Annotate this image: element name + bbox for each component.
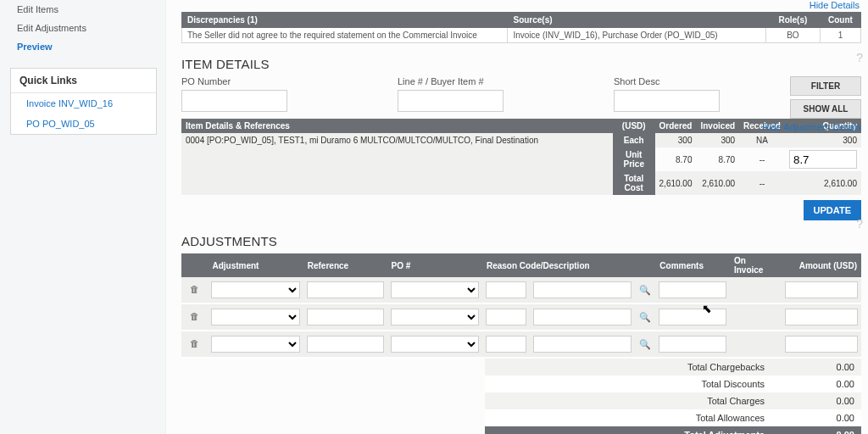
adj-po[interactable] xyxy=(391,281,479,298)
disc-h-desc: Discrepancies (1) xyxy=(182,13,508,28)
adj-reason-code[interactable] xyxy=(486,309,526,326)
lookup-icon[interactable]: 🔍 xyxy=(639,285,651,296)
disc-h-src: Source(s) xyxy=(508,13,765,28)
adjustments-table: Adjustment Reference PO # Reason Code/De… xyxy=(181,253,861,359)
adj-reason-code[interactable] xyxy=(486,281,526,298)
tot-chargebacks-val: 0.00 xyxy=(771,359,861,376)
help-icon[interactable]: ? xyxy=(856,51,863,64)
adj-h-blank xyxy=(181,253,208,277)
adj-reference[interactable] xyxy=(307,336,384,353)
input-po[interactable] xyxy=(181,90,287,112)
unit-invoiced: 8.70 xyxy=(696,147,739,171)
tot-ordered: 2,610.00 xyxy=(655,171,697,195)
quick-link-invoice[interactable]: Invoice INV_WID_16 xyxy=(11,93,156,114)
showall-button[interactable]: SHOW ALL xyxy=(790,99,861,119)
adj-reason-code[interactable] xyxy=(486,336,526,353)
hd-usd: (USD) xyxy=(613,119,655,133)
lookup-icon[interactable]: 🔍 xyxy=(639,339,651,350)
lbl-po: PO Number xyxy=(181,76,287,86)
tot-adjust-lbl: Total Adjustments xyxy=(485,426,771,434)
adj-h-comments: Comments xyxy=(655,253,730,277)
input-line[interactable] xyxy=(398,90,504,112)
tot-charges-val: 0.00 xyxy=(771,392,861,409)
adj-comments[interactable] xyxy=(659,336,726,353)
tot-discounts-lbl: Total Discounts xyxy=(485,376,771,392)
totals-table: Total Chargebacks0.00 Total Discounts0.0… xyxy=(485,359,861,434)
hide-details-link[interactable]: Hide Details xyxy=(810,0,860,10)
side-edit-items[interactable]: Edit Items xyxy=(0,0,165,19)
disc-desc: The Seller did not agree to the required… xyxy=(182,28,508,43)
each-invoiced: 300 xyxy=(696,133,739,147)
adj-reference[interactable] xyxy=(307,281,384,298)
tot-received: -- xyxy=(739,171,785,195)
quick-link-po[interactable]: PO PO_WID_05 xyxy=(11,114,156,134)
each-received: NA xyxy=(739,133,785,147)
hide-adjustment-link[interactable]: Hide Adjustment Details xyxy=(762,122,861,132)
adj-adjustment[interactable] xyxy=(211,281,299,298)
item-details-table: Item Details & References (USD) Ordered … xyxy=(181,119,861,195)
tot-allowances-lbl: Total Allowances xyxy=(485,409,771,426)
tot-chargebacks-lbl: Total Chargebacks xyxy=(485,359,771,376)
trash-icon[interactable]: 🗑 xyxy=(189,338,201,350)
item-ref: 0004 [PO:PO_WID_05], TEST1, mi Duramo 6 … xyxy=(181,133,613,195)
adj-row: 🗑 🔍 xyxy=(181,303,861,331)
adj-row: 🗑 🔍 xyxy=(181,331,861,358)
row-unit: Unit Price xyxy=(613,147,655,171)
hd-ref: Item Details & References xyxy=(181,119,613,133)
lbl-desc: Short Desc xyxy=(614,76,720,86)
adj-adjustment[interactable] xyxy=(211,336,299,353)
adj-h-adjustment: Adjustment xyxy=(208,253,303,277)
row-total: Total Cost xyxy=(613,171,655,195)
adj-amount[interactable] xyxy=(785,281,858,298)
item-details-title: ITEM DETAILS xyxy=(181,57,861,71)
adj-po[interactable] xyxy=(391,309,479,326)
adj-reason-desc[interactable] xyxy=(533,281,632,298)
filter-button[interactable]: FILTER xyxy=(790,76,861,96)
input-desc[interactable] xyxy=(614,90,720,112)
update-button[interactable]: UPDATE xyxy=(804,200,861,220)
adj-h-amount: Amount (USD) xyxy=(782,253,861,277)
adj-amount[interactable] xyxy=(785,336,858,353)
adj-reason-desc[interactable] xyxy=(533,336,632,353)
adjustments-title: ADJUSTMENTS xyxy=(181,234,861,248)
discrepancies-table: Discrepancies (1) Source(s) Role(s) Coun… xyxy=(181,12,861,43)
adj-po[interactable] xyxy=(391,336,479,353)
trash-icon[interactable]: 🗑 xyxy=(189,284,201,296)
tot-charges-lbl: Total Charges xyxy=(485,392,771,409)
disc-sources: Invoice (INV_WID_16), Purchase Order (PO… xyxy=(508,28,765,43)
adj-h-oninvoice: On Invoice xyxy=(730,253,782,277)
sidebar: Edit Items Edit Adjustments Preview Quic… xyxy=(0,0,166,434)
help-icon-adj[interactable]: ? xyxy=(856,217,863,231)
each-ordered: 300 xyxy=(655,133,697,147)
hd-invoiced: Invoiced xyxy=(696,119,739,133)
side-preview[interactable]: Preview xyxy=(0,37,165,56)
tot-qty: 2,610.00 xyxy=(785,171,861,195)
disc-h-count: Count xyxy=(820,13,860,28)
row-each: Each xyxy=(613,133,655,147)
adj-amount[interactable] xyxy=(785,309,858,326)
unit-received: -- xyxy=(739,147,785,171)
disc-count: 1 xyxy=(820,28,860,43)
tot-allowances-val: 0.00 xyxy=(771,409,861,426)
side-edit-adjustments[interactable]: Edit Adjustments xyxy=(0,19,165,37)
disc-h-roles: Role(s) xyxy=(765,13,820,28)
adj-reference[interactable] xyxy=(307,309,384,326)
adj-row: 🗑 🔍 xyxy=(181,277,861,303)
unit-ordered: 8.70 xyxy=(655,147,697,171)
disc-roles: BO xyxy=(765,28,820,43)
adj-h-reference: Reference xyxy=(303,253,387,277)
adj-adjustment[interactable] xyxy=(211,309,299,326)
tot-discounts-val: 0.00 xyxy=(771,376,861,392)
tot-adjust-val: 0.00 xyxy=(771,426,861,434)
lbl-line: Line # / Buyer Item # xyxy=(398,76,504,86)
adj-h-reason: Reason Code/Description xyxy=(482,253,655,277)
adj-comments[interactable] xyxy=(659,281,726,298)
unit-qty-input[interactable] xyxy=(789,150,857,169)
adj-reason-desc[interactable] xyxy=(533,309,632,326)
tot-invoiced: 2,610.00 xyxy=(696,171,739,195)
unit-qty-cell xyxy=(785,147,861,171)
each-qty: 300 xyxy=(785,133,861,147)
trash-icon[interactable]: 🗑 xyxy=(189,311,201,323)
lookup-icon[interactable]: 🔍 xyxy=(639,312,651,323)
adj-comments[interactable] xyxy=(659,309,726,326)
